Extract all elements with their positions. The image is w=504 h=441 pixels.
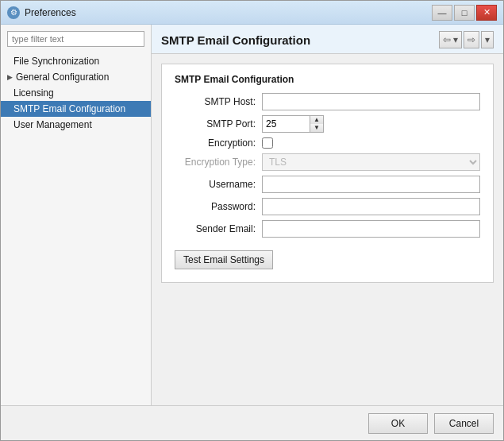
sidebar-item-label: General Configuration bbox=[16, 72, 109, 83]
password-input[interactable] bbox=[262, 198, 480, 215]
sidebar-item-general-config[interactable]: ▶ General Configuration bbox=[1, 69, 151, 85]
cancel-button[interactable]: Cancel bbox=[434, 413, 494, 434]
window-icon: ⚙ bbox=[7, 6, 20, 19]
port-spinner: ▲ ▼ bbox=[310, 115, 324, 133]
main-panel: SMTP Email Configuration ⇦ ▾ ⇨ ▾ SMTP Em… bbox=[152, 25, 503, 405]
sender-email-label: Sender Email: bbox=[175, 223, 262, 234]
title-bar-left: ⚙ Preferences bbox=[7, 6, 76, 19]
title-bar-buttons: — □ ✕ bbox=[432, 5, 497, 21]
nav-buttons: ⇦ ▾ ⇨ ▾ bbox=[439, 31, 494, 48]
password-label: Password: bbox=[175, 201, 262, 212]
window-title: Preferences bbox=[25, 7, 76, 18]
encryption-label: Encryption: bbox=[175, 137, 262, 149]
content-area: File Synchronization ▶ General Configura… bbox=[1, 25, 503, 405]
sidebar-item-label: File Synchronization bbox=[13, 56, 99, 67]
preferences-window: ⚙ Preferences — □ ✕ File Synchronization… bbox=[0, 0, 504, 441]
port-container: ▲ ▼ bbox=[262, 115, 325, 133]
username-label: Username: bbox=[175, 179, 262, 190]
smtp-port-label: SMTP Port: bbox=[175, 118, 262, 130]
smtp-host-input[interactable] bbox=[262, 93, 480, 110]
sender-email-input[interactable] bbox=[262, 220, 480, 238]
port-up-button[interactable]: ▲ bbox=[310, 116, 323, 124]
section-title: SMTP Email Configuration bbox=[175, 74, 480, 85]
sidebar-item-smtp-email[interactable]: SMTP Email Configuration bbox=[1, 101, 151, 117]
smtp-port-row: SMTP Port: ▲ ▼ bbox=[175, 115, 480, 133]
sidebar-item-user-management[interactable]: User Management bbox=[1, 117, 151, 133]
minimize-button[interactable]: — bbox=[432, 5, 452, 21]
ok-button[interactable]: OK bbox=[368, 413, 428, 434]
arrow-icon: ▶ bbox=[7, 73, 13, 81]
encryption-type-label: Encryption Type: bbox=[175, 157, 262, 168]
filter-input[interactable] bbox=[7, 31, 144, 47]
main-content: SMTP Email Configuration SMTP Host: SMTP… bbox=[152, 54, 503, 405]
page-title: SMTP Email Configuration bbox=[161, 33, 310, 47]
nav-back-button[interactable]: ⇦ ▾ bbox=[439, 31, 462, 48]
smtp-host-label: SMTP Host: bbox=[175, 96, 262, 107]
close-button[interactable]: ✕ bbox=[476, 5, 497, 21]
smtp-config-section: SMTP Email Configuration SMTP Host: SMTP… bbox=[161, 64, 494, 283]
encryption-type-row: Encryption Type: TLS SSL bbox=[175, 153, 480, 171]
footer: OK Cancel bbox=[1, 405, 503, 440]
encryption-checkbox[interactable] bbox=[262, 137, 273, 149]
sender-email-row: Sender Email: bbox=[175, 220, 480, 238]
password-row: Password: bbox=[175, 198, 480, 215]
sidebar-item-file-sync[interactable]: File Synchronization bbox=[1, 53, 151, 69]
sidebar-item-label: User Management bbox=[13, 119, 92, 130]
main-header: SMTP Email Configuration ⇦ ▾ ⇨ ▾ bbox=[152, 25, 503, 54]
encryption-type-select[interactable]: TLS SSL bbox=[262, 153, 480, 171]
port-down-button[interactable]: ▼ bbox=[310, 124, 323, 132]
sidebar-item-licensing[interactable]: Licensing bbox=[1, 85, 151, 101]
sidebar-item-label: SMTP Email Configuration bbox=[13, 103, 125, 114]
encryption-row: Encryption: bbox=[175, 137, 480, 149]
username-row: Username: bbox=[175, 176, 480, 193]
nav-dropdown-button[interactable]: ▾ bbox=[481, 31, 494, 48]
smtp-host-row: SMTP Host: bbox=[175, 93, 480, 110]
username-input[interactable] bbox=[262, 176, 480, 193]
sidebar: File Synchronization ▶ General Configura… bbox=[1, 25, 152, 405]
sidebar-item-label: Licensing bbox=[13, 87, 54, 99]
maximize-button[interactable]: □ bbox=[454, 5, 475, 21]
nav-forward-button[interactable]: ⇨ bbox=[464, 31, 479, 48]
smtp-port-input[interactable] bbox=[262, 115, 310, 133]
title-bar: ⚙ Preferences — □ ✕ bbox=[1, 1, 503, 25]
test-email-button[interactable]: Test Email Settings bbox=[175, 250, 273, 269]
